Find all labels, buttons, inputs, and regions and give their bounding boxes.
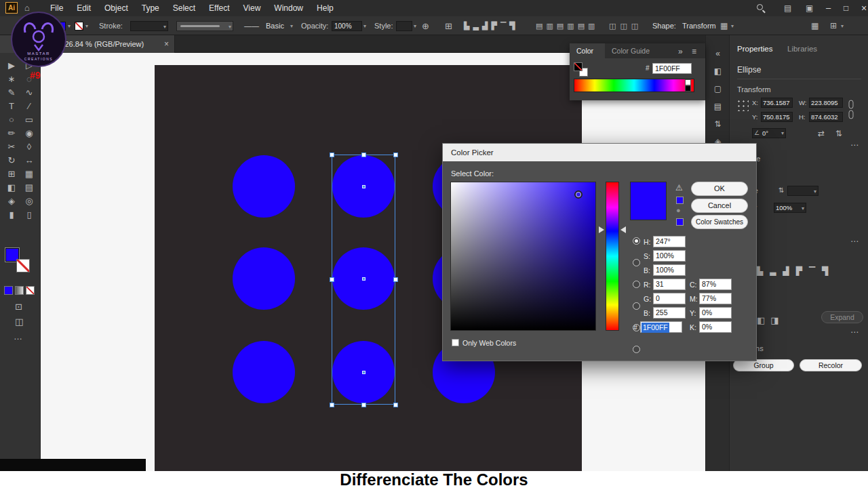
tool-icon[interactable]: ▤ [25,183,33,192]
color-spectrum-bar[interactable] [574,79,694,92]
menu-item[interactable]: Type [135,0,166,16]
tool-icon[interactable]: ↔ [25,156,34,165]
tool-icon[interactable]: ∕ [28,102,30,110]
recolor-button[interactable]: Recolor [800,359,862,371]
shape-center-point[interactable] [362,277,366,281]
none-mode-button[interactable] [26,286,35,295]
dock-panel-icon[interactable]: ◧ [714,67,722,75]
spacing-icon[interactable]: ◫ [631,22,638,30]
draw-mode-icon[interactable]: ◫ [15,317,23,326]
tool-icon[interactable]: ↻ [8,156,16,165]
color-mode-button[interactable] [4,286,13,295]
edit-toolbar-icon[interactable]: … [14,332,22,341]
menu-item[interactable]: Effect [202,0,236,16]
selection-handle[interactable] [361,403,366,407]
stroke-color-well[interactable] [75,22,83,30]
tool-icon[interactable]: ▯ [26,210,31,219]
tab-color[interactable]: Color [570,43,605,58]
close-button[interactable]: × [861,0,867,16]
stroke-stepper-icon[interactable]: ⇅ [778,187,784,194]
panel-options-icon[interactable]: ⊞ [830,22,837,30]
tab-libraries[interactable]: Libraries [787,45,817,53]
menu-item[interactable]: Window [267,0,310,16]
y-input[interactable]: 0% [699,307,732,319]
panel-collapse-icon[interactable]: » [678,47,683,56]
selection-handle[interactable] [393,403,398,407]
web-color-swatch[interactable] [676,218,684,226]
web-warning-icon[interactable]: ● [676,206,681,214]
stroke-weight-select[interactable]: ▾ [787,186,818,196]
tool-icon[interactable]: ◧ [7,183,16,192]
flip-horizontal-icon[interactable]: ⇄ [818,129,825,138]
radio-s[interactable] [633,259,640,266]
hue-slider-right-arrow[interactable] [620,226,626,233]
tool-icon[interactable]: T [9,102,14,110]
shape-center-point[interactable] [362,185,366,188]
y-input[interactable]: 750.8175 [761,112,793,122]
transform-caret-icon[interactable]: ▾ [731,24,734,29]
color-marker[interactable] [574,190,583,199]
rotation-select[interactable]: ∠ 0° ▾ [752,128,786,138]
gradient-mode-button[interactable] [15,286,24,295]
tool-icon[interactable]: ✏ [8,129,16,138]
pathfinder-more-icon[interactable]: ⋯ [850,328,859,336]
fill-caret-icon[interactable]: ▾ [68,24,71,29]
selection-handle[interactable] [361,152,366,157]
minimize-button[interactable]: – [826,0,831,16]
gamut-warning-icon[interactable]: ⚠ [675,183,683,192]
selection-handle[interactable] [393,152,398,157]
shape-center-point[interactable] [362,371,366,374]
color-swatches-button[interactable]: Color Swatches [691,215,748,229]
radio-b[interactable] [633,281,640,288]
stroke-caret-icon[interactable]: ▾ [85,24,88,29]
s-input[interactable]: 100% [653,250,686,262]
white-swatch[interactable] [685,79,691,85]
tool-icon[interactable]: ▦ [25,169,33,178]
tab-close-icon[interactable]: × [164,35,169,53]
opacity-caret-icon[interactable]: ▾ [363,24,366,29]
distribute-icon[interactable]: ▤ [578,22,585,30]
selection-handle[interactable] [330,152,334,157]
flip-vertical-icon[interactable]: ⇅ [835,129,842,138]
search-icon[interactable] [757,4,763,10]
only-web-colors-checkbox[interactable] [452,339,459,346]
brush-caret-icon[interactable]: ▾ [290,24,293,29]
hue-slider-left-arrow[interactable] [599,226,604,233]
maximize-button[interactable]: □ [844,0,848,16]
tab-color-guide[interactable]: Color Guide [612,43,650,58]
hex-input[interactable]: 1F00FF [640,321,682,333]
tool-icon[interactable]: ○ [9,115,14,124]
stroke-weight-caret-icon[interactable]: ▾ [163,24,166,30]
style-select[interactable] [396,21,412,31]
align-icon[interactable]: ▜ [822,267,828,275]
k-input[interactable]: 0% [699,321,732,333]
align-icon[interactable]: ▔ [500,22,506,30]
w-input[interactable]: 223.8095 [809,98,843,108]
align-icon[interactable]: ▟ [783,267,789,275]
color-hex-input[interactable]: 1F00FF [652,63,692,74]
distribute-icon[interactable]: ▤ [557,22,564,30]
tool-icon[interactable]: ◎ [25,197,33,205]
selection-handle[interactable] [393,277,398,282]
ellipse-shape[interactable] [233,155,295,218]
transform-link[interactable]: Transform [682,16,716,35]
menu-item[interactable]: Select [166,0,202,16]
tool-icon[interactable]: ▮ [9,210,14,219]
tool-icon[interactable]: ✎ [8,88,16,97]
selection-handle[interactable] [330,277,334,282]
tool-icon[interactable]: ◈ [8,197,15,205]
transform-grid-icon[interactable]: ▦ [720,22,728,30]
radio-b2[interactable] [633,346,640,353]
opacity-input[interactable]: 100% [332,21,362,31]
tool-icon[interactable]: ∿ [26,88,33,97]
distribute-icon[interactable]: ▥ [567,22,574,30]
tool-icon[interactable]: ∗ [8,75,16,83]
width-profile-select[interactable]: ▾ [176,21,233,31]
pathfinder-icon[interactable]: ◨ [770,316,778,325]
b2-input[interactable]: 255 [653,307,686,319]
panel-options-caret-icon[interactable]: ▾ [841,24,844,29]
align-icon[interactable]: ▙ [464,22,469,30]
black-swatch[interactable] [685,85,691,92]
menu-item[interactable]: View [237,0,268,16]
link-dimensions-icon[interactable] [846,98,856,121]
